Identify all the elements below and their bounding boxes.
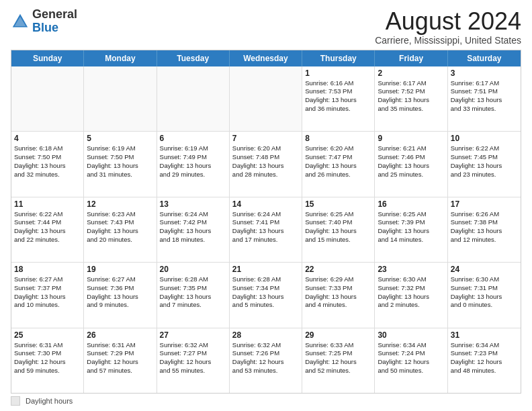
cell-line: Sunset: 7:51 PM — [451, 87, 518, 96]
cell-line: Sunset: 7:41 PM — [232, 218, 299, 227]
calendar-cell: 26Sunrise: 6:31 AMSunset: 7:29 PMDayligh… — [84, 328, 157, 393]
calendar-cell: 17Sunrise: 6:26 AMSunset: 7:38 PMDayligh… — [448, 197, 521, 262]
cell-line: Sunrise: 6:17 AM — [451, 79, 518, 88]
cell-line: Daylight: 13 hours — [451, 227, 518, 236]
cell-line: Sunset: 7:31 PM — [451, 284, 518, 293]
cell-line: Sunrise: 6:16 AM — [305, 79, 371, 88]
cell-line: Sunset: 7:43 PM — [87, 218, 153, 227]
cell-line: Daylight: 12 hours — [305, 358, 371, 367]
cell-line: Sunrise: 6:31 AM — [14, 341, 81, 350]
calendar-cell: 28Sunrise: 6:32 AMSunset: 7:26 PMDayligh… — [230, 328, 302, 393]
logo: General Blue — [11, 8, 77, 35]
cell-line: Sunrise: 6:25 AM — [378, 210, 444, 219]
cell-line: Sunset: 7:33 PM — [305, 284, 371, 293]
logo-general-text: General — [32, 7, 77, 21]
calendar-cell — [157, 66, 230, 131]
cell-line: Sunrise: 6:32 AM — [232, 341, 299, 350]
calendar-cell: 22Sunrise: 6:29 AMSunset: 7:33 PMDayligh… — [302, 263, 375, 327]
month-title: August 2024 — [375, 8, 521, 35]
day-number: 18 — [14, 265, 81, 274]
cell-line: Daylight: 13 hours — [14, 162, 81, 171]
day-number: 10 — [451, 134, 518, 143]
cell-line: Sunset: 7:48 PM — [232, 153, 299, 162]
cell-line: Daylight: 13 hours — [451, 96, 518, 105]
day-number: 31 — [451, 330, 518, 340]
cell-line: Sunset: 7:53 PM — [305, 87, 371, 96]
cell-line: Daylight: 13 hours — [87, 227, 153, 236]
cell-line: and 50 minutes. — [378, 367, 444, 375]
cell-line: Daylight: 13 hours — [378, 162, 444, 171]
day-number: 7 — [232, 134, 299, 143]
cell-line: Sunset: 7:29 PM — [87, 349, 153, 358]
cell-line: Sunrise: 6:28 AM — [160, 275, 226, 284]
cell-line: Sunset: 7:25 PM — [305, 349, 371, 358]
cell-line: and 17 minutes. — [232, 236, 299, 244]
calendar-cell: 8Sunrise: 6:20 AMSunset: 7:47 PMDaylight… — [302, 132, 375, 196]
cell-line: and 33 minutes. — [451, 105, 518, 113]
cell-line: Daylight: 12 hours — [14, 358, 81, 367]
cell-line: Sunrise: 6:34 AM — [378, 341, 444, 350]
cell-line: and 28 minutes. — [232, 171, 299, 179]
cell-line: and 5 minutes. — [232, 301, 299, 310]
cell-line: Sunset: 7:32 PM — [378, 284, 444, 293]
cell-line: Sunset: 7:42 PM — [160, 218, 226, 227]
cell-line: and 32 minutes. — [14, 171, 81, 179]
day-number: 25 — [14, 330, 81, 340]
calendar-week: 25Sunrise: 6:31 AMSunset: 7:30 PMDayligh… — [11, 328, 521, 393]
calendar-cell: 4Sunrise: 6:18 AMSunset: 7:50 PMDaylight… — [11, 132, 84, 196]
logo-blue-text: Blue — [32, 21, 58, 34]
cell-line: and 52 minutes. — [305, 367, 371, 375]
calendar-week: 4Sunrise: 6:18 AMSunset: 7:50 PMDaylight… — [11, 132, 521, 197]
cell-line: and 29 minutes. — [160, 171, 226, 179]
cell-line: Daylight: 12 hours — [232, 358, 299, 367]
cell-line: Sunset: 7:52 PM — [378, 87, 444, 96]
cell-line: and 23 minutes. — [451, 171, 518, 179]
day-number: 26 — [87, 330, 153, 340]
calendar-cell: 24Sunrise: 6:30 AMSunset: 7:31 PMDayligh… — [448, 263, 521, 327]
cell-line: Daylight: 13 hours — [14, 293, 81, 302]
cell-line: Daylight: 13 hours — [305, 96, 371, 105]
day-number: 15 — [305, 199, 371, 209]
calendar-week: 18Sunrise: 6:27 AMSunset: 7:37 PMDayligh… — [11, 263, 521, 328]
calendar-header-row: SundayMondayTuesdayWednesdayThursdayFrid… — [11, 50, 521, 66]
header: General Blue August 2024 Carriere, Missi… — [11, 8, 521, 46]
day-number: 21 — [232, 265, 299, 274]
cell-line: and 59 minutes. — [14, 367, 81, 375]
calendar-cell: 9Sunrise: 6:21 AMSunset: 7:46 PMDaylight… — [375, 132, 447, 196]
cell-line: Sunset: 7:45 PM — [451, 153, 518, 162]
cell-line: and 22 minutes. — [14, 236, 81, 244]
cell-line: Daylight: 13 hours — [305, 293, 371, 302]
day-number: 23 — [378, 265, 444, 274]
cell-line: Daylight: 12 hours — [378, 358, 444, 367]
cell-line: Daylight: 13 hours — [232, 162, 299, 171]
calendar-cell: 11Sunrise: 6:22 AMSunset: 7:44 PMDayligh… — [11, 197, 84, 262]
day-number: 8 — [305, 134, 371, 143]
day-number: 2 — [378, 68, 444, 78]
cell-line: Daylight: 12 hours — [160, 358, 226, 367]
cell-line: Sunset: 7:37 PM — [14, 284, 81, 293]
day-number: 24 — [451, 265, 518, 274]
calendar-cell: 10Sunrise: 6:22 AMSunset: 7:45 PMDayligh… — [448, 132, 521, 196]
calendar-cell: 5Sunrise: 6:19 AMSunset: 7:50 PMDaylight… — [84, 132, 157, 196]
day-number: 1 — [305, 68, 371, 78]
cell-line: and 57 minutes. — [87, 367, 153, 375]
cell-line: Sunset: 7:38 PM — [451, 218, 518, 227]
day-number: 30 — [378, 330, 444, 340]
cell-line: and 26 minutes. — [305, 171, 371, 179]
calendar-cell: 20Sunrise: 6:28 AMSunset: 7:35 PMDayligh… — [157, 263, 230, 327]
cell-line: Sunrise: 6:30 AM — [378, 275, 444, 284]
calendar-cell: 27Sunrise: 6:32 AMSunset: 7:27 PMDayligh… — [157, 328, 230, 393]
cell-line: Daylight: 13 hours — [160, 293, 226, 302]
cell-line: Daylight: 13 hours — [87, 293, 153, 302]
cell-line: Sunrise: 6:25 AM — [305, 210, 371, 219]
cell-line: Sunrise: 6:26 AM — [451, 210, 518, 219]
day-number: 9 — [378, 134, 444, 143]
cell-line: Sunrise: 6:34 AM — [451, 341, 518, 350]
cell-line: Daylight: 13 hours — [232, 227, 299, 236]
calendar-body: 1Sunrise: 6:16 AMSunset: 7:53 PMDaylight… — [11, 66, 521, 393]
calendar-cell: 30Sunrise: 6:34 AMSunset: 7:24 PMDayligh… — [375, 328, 447, 393]
day-number: 28 — [232, 330, 299, 340]
day-number: 14 — [232, 199, 299, 209]
cell-line: Daylight: 13 hours — [378, 227, 444, 236]
cell-line: Sunset: 7:34 PM — [232, 284, 299, 293]
